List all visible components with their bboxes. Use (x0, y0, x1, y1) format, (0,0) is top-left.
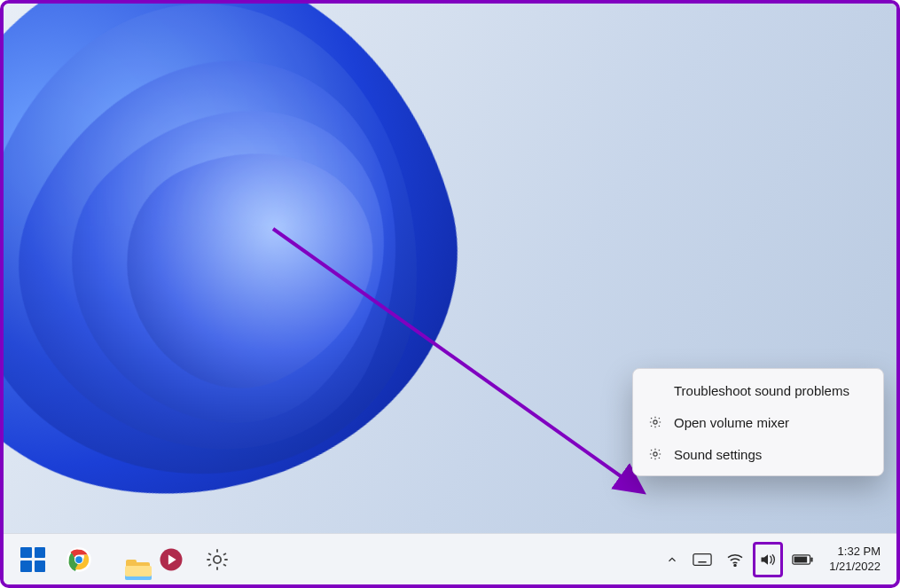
chrome-button[interactable] (59, 539, 99, 580)
clock-time: 1:32 PM (838, 545, 880, 560)
start-button[interactable] (12, 539, 53, 580)
wallpaper-bloom-graphic (4, 4, 571, 533)
volume-context-menu: Troubleshoot sound problems Open volume … (632, 368, 884, 476)
speaker-icon (759, 552, 777, 568)
gear-icon (647, 414, 663, 430)
settings-button[interactable] (197, 539, 238, 580)
taskbar-system-tray: 1:32 PM 1/21/2022 (661, 542, 888, 577)
svg-rect-8 (693, 553, 711, 565)
windows-start-icon (20, 547, 45, 572)
svg-point-2 (653, 452, 657, 456)
gear-icon (647, 446, 663, 462)
menu-item-sound-settings[interactable]: Sound settings (638, 438, 878, 470)
tray-overflow-button[interactable] (661, 542, 684, 577)
wifi-button[interactable] (721, 542, 749, 577)
file-explorer-button[interactable] (105, 539, 145, 580)
menu-item-open-volume-mixer[interactable]: Open volume mixer (638, 406, 878, 438)
svg-point-14 (734, 564, 736, 566)
clock-date: 1/21/2022 (829, 560, 880, 575)
battery-icon (792, 553, 813, 566)
svg-point-1 (653, 420, 657, 424)
svg-point-5 (75, 556, 82, 563)
media-player-button[interactable] (151, 539, 192, 580)
menu-item-label: Sound settings (674, 447, 762, 462)
menu-item-troubleshoot-sound[interactable]: Troubleshoot sound problems (638, 374, 878, 406)
chrome-icon (66, 546, 92, 573)
taskbar-pinned-apps (12, 539, 238, 580)
battery-button[interactable] (787, 542, 818, 577)
menu-item-label: Open volume mixer (674, 415, 789, 430)
chevron-up-icon (666, 553, 678, 566)
desktop-wallpaper: Troubleshoot sound problems Open volume … (4, 4, 896, 533)
keyboard-icon (693, 553, 712, 567)
taskbar: 1:32 PM 1/21/2022 (4, 533, 896, 584)
media-player-icon (158, 546, 184, 573)
svg-rect-17 (794, 556, 808, 562)
clock-button[interactable]: 1:32 PM 1/21/2022 (822, 545, 888, 575)
wifi-icon (726, 553, 744, 567)
svg-point-7 (214, 555, 221, 562)
menu-item-label: Troubleshoot sound problems (674, 383, 849, 398)
svg-rect-16 (811, 557, 813, 561)
gear-icon (205, 547, 230, 572)
volume-button[interactable] (753, 542, 783, 577)
input-indicator-button[interactable] (687, 542, 717, 577)
